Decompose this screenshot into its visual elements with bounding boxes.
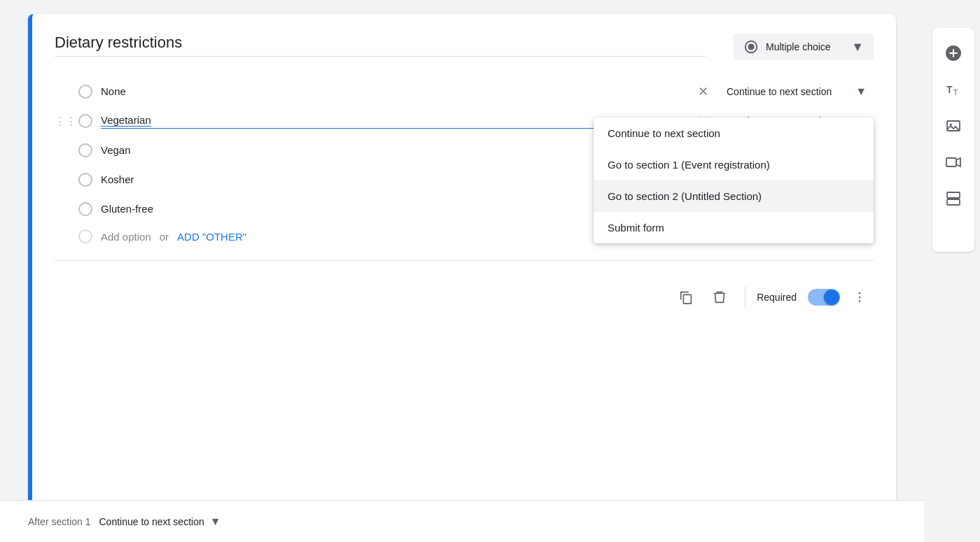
more-vert-icon [853, 290, 867, 304]
bottom-bar: After section 1 Continue to next section… [0, 500, 924, 542]
section-icon [945, 190, 962, 207]
dropdown-item-continue[interactable]: Continue to next section [594, 117, 874, 149]
more-options-button[interactable] [846, 283, 874, 311]
svg-rect-13 [947, 199, 960, 205]
remove-option-button[interactable]: ✕ [694, 84, 711, 99]
radio-circle-placeholder [78, 229, 92, 243]
svg-rect-11 [946, 158, 956, 166]
radio-circle [78, 173, 92, 187]
add-other-button[interactable]: ADD "OTHER" [177, 231, 246, 243]
after-section-label: After section 1 [28, 516, 91, 527]
after-section-chevron-icon: ▼ [210, 515, 221, 528]
toggle-thumb [824, 290, 839, 305]
svg-rect-2 [684, 294, 692, 304]
nav-label: Continue to next section [727, 86, 832, 97]
add-title-button[interactable]: T T [937, 73, 970, 106]
add-question-button[interactable] [937, 36, 970, 70]
add-section-button[interactable] [937, 182, 970, 215]
svg-text:T: T [946, 84, 953, 95]
duplicate-icon [678, 290, 694, 305]
svg-rect-12 [947, 192, 960, 198]
dropdown-item-section2[interactable]: Go to section 2 (Untitled Section) [594, 180, 874, 212]
radio-circle [78, 143, 92, 157]
footer-divider [55, 260, 874, 261]
add-video-button[interactable] [937, 145, 970, 179]
type-chevron-icon: ▼ [851, 40, 864, 55]
add-circle-icon [944, 44, 962, 62]
text-fields-icon: T T [945, 81, 962, 98]
svg-point-1 [748, 43, 754, 50]
main-area: Dietary restrictions Multiple choice ▼ [0, 0, 924, 542]
required-label: Required [757, 292, 797, 303]
question-title[interactable]: Dietary restrictions [55, 34, 706, 57]
radio-circle [78, 114, 92, 128]
delete-icon [712, 290, 727, 305]
svg-point-3 [859, 292, 861, 294]
after-section-dropdown[interactable]: Continue to next section ▼ [99, 515, 221, 528]
after-section-value: Continue to next section [99, 516, 204, 527]
type-label: Multiple choice [766, 41, 844, 52]
video-icon [945, 154, 962, 171]
question-header: Dietary restrictions Multiple choice ▼ [55, 34, 874, 60]
nav-chevron-icon: ▼ [855, 85, 867, 98]
svg-point-5 [859, 301, 861, 303]
dropdown-item-submit[interactable]: Submit form [594, 212, 874, 243]
option-text[interactable]: Vegetarian [101, 114, 151, 127]
svg-point-4 [859, 297, 861, 299]
section-nav-dropdown-menu: Continue to next section Go to section 1… [594, 117, 874, 243]
required-toggle[interactable] [808, 289, 840, 306]
duplicate-button[interactable] [672, 283, 700, 311]
type-selector[interactable]: Multiple choice ▼ [734, 34, 874, 60]
dropdown-item-section1[interactable]: Go to section 1 (Event registration) [594, 149, 874, 180]
svg-point-10 [950, 124, 952, 126]
question-card: Dietary restrictions Multiple choice ▼ [28, 14, 896, 542]
add-image-button[interactable] [937, 109, 970, 143]
delete-button[interactable] [706, 283, 734, 311]
option-nav-dropdown[interactable]: Continue to next section ▼ [720, 81, 874, 102]
footer-separator [745, 286, 746, 308]
radio-circle [78, 202, 92, 216]
drag-handle-icon[interactable]: ⋮⋮ [55, 115, 69, 128]
add-option-label[interactable]: Add option [101, 231, 151, 243]
card-footer: Required [32, 275, 896, 320]
right-toolbar: T T [932, 28, 974, 252]
option-row: None ✕ Continue to next section ▼ [55, 77, 874, 106]
svg-text:T: T [953, 89, 958, 97]
multiple-choice-icon [743, 39, 759, 55]
add-option-separator: or [160, 231, 169, 243]
image-icon [945, 117, 962, 134]
option-text[interactable]: None [101, 85, 686, 98]
radio-circle [78, 85, 92, 99]
